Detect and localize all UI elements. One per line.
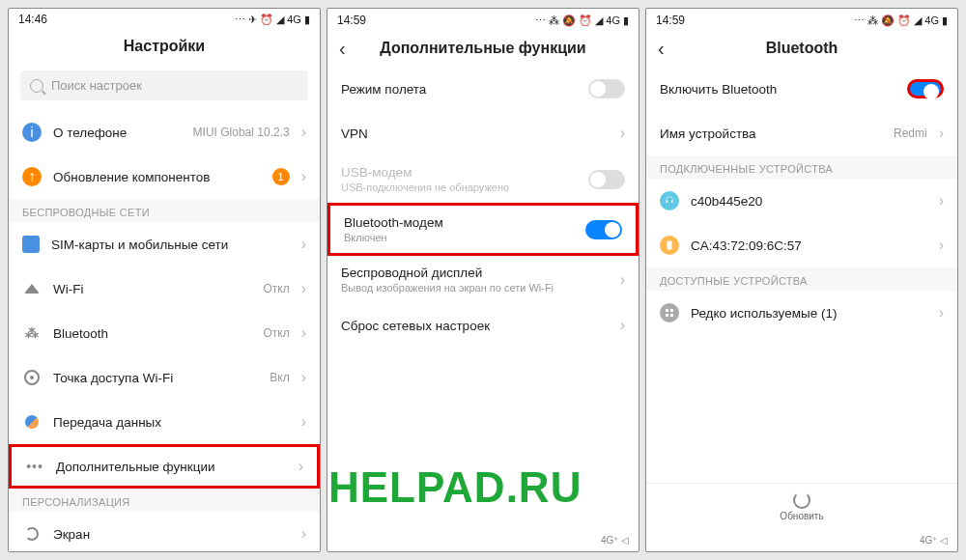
chevron-right-icon: ›: [301, 124, 306, 141]
grid-icon: [660, 303, 679, 322]
svg-rect-2: [670, 309, 673, 312]
chevron-right-icon: ›: [301, 236, 306, 253]
section-personalization: ПЕРСОНАЛИЗАЦИЯ: [9, 489, 320, 512]
row-update[interactable]: ↑ Обновление компонентов 1 ›: [9, 154, 320, 199]
chevron-right-icon: ›: [939, 125, 944, 142]
hotspot-icon: [22, 368, 42, 387]
row-device-name[interactable]: Имя устройства Redmi ›: [646, 111, 957, 155]
chevron-right-icon: ›: [620, 317, 625, 334]
refresh-icon: [793, 491, 810, 509]
chevron-right-icon: ›: [939, 304, 944, 322]
status-icons: ⋯ ✈ ⏰ ◢ 4G ▮: [235, 14, 310, 26]
statusbar: 14:59 ⋯ ⁂ 🔕 ⏰ ◢ 4G ▮: [646, 9, 957, 32]
row-data-usage[interactable]: Передача данных ›: [9, 400, 320, 444]
row-hotspot[interactable]: Точка доступа Wi-Fi Вкл ›: [9, 355, 320, 400]
statusbar: 14:46 ⋯ ✈ ⏰ ◢ 4G ▮: [9, 9, 320, 30]
chevron-right-icon: ›: [301, 413, 306, 431]
back-button[interactable]: ‹: [658, 38, 665, 60]
chevron-right-icon: ›: [301, 525, 306, 543]
section-available: ДОСТУПНЫЕ УСТРОЙСТВА: [646, 267, 957, 291]
section-paired: ПОДКЛЮЧЕННЫЕ УСТРОЙСТВА: [646, 155, 957, 179]
screen-bluetooth: 14:59 ⋯ ⁂ 🔕 ⏰ ◢ 4G ▮ ‹ Bluetooth Включит…: [645, 8, 958, 552]
row-wireless-display[interactable]: Беспроводной дисплей Вывод изображения н…: [327, 256, 639, 303]
row-airplane[interactable]: Режим полета: [327, 67, 639, 111]
phone-icon: [660, 236, 679, 255]
toggle-bt-modem[interactable]: [585, 220, 622, 239]
nav-indicator: 4G⁺ ◁: [327, 533, 639, 551]
svg-rect-4: [670, 314, 673, 317]
row-screen[interactable]: Экран ›: [9, 512, 320, 552]
header: ‹ Bluetooth: [646, 32, 957, 67]
update-icon: ↑: [22, 167, 42, 186]
header: ‹ Дополнительные функции: [327, 32, 639, 67]
search-input[interactable]: Поиск настроек: [20, 70, 308, 100]
row-reset-network[interactable]: Сброс сетевых настроек ›: [327, 303, 639, 348]
more-icon: •••: [25, 457, 44, 476]
headphones-icon: [660, 191, 679, 210]
row-bluetooth[interactable]: ⁂ Bluetooth Откл ›: [9, 311, 320, 355]
wifi-icon: [22, 279, 42, 298]
back-button[interactable]: ‹: [339, 38, 346, 60]
chevron-right-icon: ›: [298, 458, 303, 475]
search-placeholder: Поиск настроек: [51, 78, 142, 93]
row-bluetooth-modem[interactable]: Bluetooth-модем Включен: [327, 203, 639, 256]
status-icons: ⋯ ⁂ 🔕 ⏰ ◢ 4G ▮: [854, 14, 948, 27]
svg-rect-0: [668, 241, 672, 250]
chevron-right-icon: ›: [301, 168, 306, 185]
row-device-1[interactable]: c40b445e20 ›: [646, 179, 957, 223]
toggle-airplane[interactable]: [588, 79, 625, 98]
status-icons: ⋯ ⁂ 🔕 ⏰ ◢ 4G ▮: [535, 14, 629, 27]
svg-rect-1: [666, 309, 668, 312]
badge: 1: [272, 168, 290, 185]
screen-settings: 14:46 ⋯ ✈ ⏰ ◢ 4G ▮ Настройки Поиск настр…: [8, 8, 321, 552]
data-icon: [22, 412, 42, 432]
clock: 14:59: [656, 14, 685, 27]
chevron-right-icon: ›: [939, 237, 944, 254]
chevron-right-icon: ›: [301, 324, 306, 342]
toggle-usb: [588, 170, 625, 189]
row-rarely-used[interactable]: Редко используемые (1) ›: [646, 291, 957, 335]
header: Настройки: [9, 30, 320, 65]
toggle-bluetooth[interactable]: [907, 79, 944, 98]
page-title: Настройки: [124, 38, 205, 55]
row-wifi[interactable]: Wi-Fi Откл ›: [9, 266, 320, 311]
chevron-right-icon: ›: [620, 125, 625, 142]
screen-icon: [22, 524, 42, 544]
page-title: Bluetooth: [766, 40, 838, 57]
svg-rect-3: [666, 314, 668, 317]
refresh-button[interactable]: Обновить: [646, 483, 957, 533]
bluetooth-icon: ⁂: [22, 323, 42, 343]
search-icon: [30, 79, 43, 93]
row-device-2[interactable]: CA:43:72:09:6C:57 ›: [646, 223, 957, 267]
page-title: Дополнительные функции: [380, 40, 585, 57]
section-wireless: БЕСПРОВОДНЫЕ СЕТИ: [9, 199, 320, 222]
chevron-right-icon: ›: [620, 271, 625, 289]
chevron-right-icon: ›: [301, 369, 306, 386]
row-vpn[interactable]: VPN ›: [327, 111, 639, 155]
screen-additional-functions: 14:59 ⋯ ⁂ 🔕 ⏰ ◢ 4G ▮ ‹ Дополнительные фу…: [327, 8, 639, 552]
row-enable-bluetooth[interactable]: Включить Bluetooth: [646, 67, 957, 111]
chevron-right-icon: ›: [301, 280, 306, 297]
info-icon: i: [22, 123, 42, 142]
row-about[interactable]: i О телефоне MIUI Global 10.2.3 ›: [9, 110, 320, 154]
clock: 14:46: [18, 13, 47, 26]
row-usb-modem: USB-модем USB-подключения не обнаружено: [327, 155, 639, 203]
row-sim[interactable]: SIM-карты и мобильные сети ›: [9, 222, 320, 266]
statusbar: 14:59 ⋯ ⁂ 🔕 ⏰ ◢ 4G ▮: [327, 9, 639, 32]
sim-icon: [22, 236, 40, 253]
row-additional-functions[interactable]: ••• Дополнительные функции ›: [9, 444, 320, 489]
nav-indicator: 4G⁺ ◁: [646, 533, 957, 551]
clock: 14:59: [337, 14, 366, 27]
chevron-right-icon: ›: [939, 192, 944, 210]
